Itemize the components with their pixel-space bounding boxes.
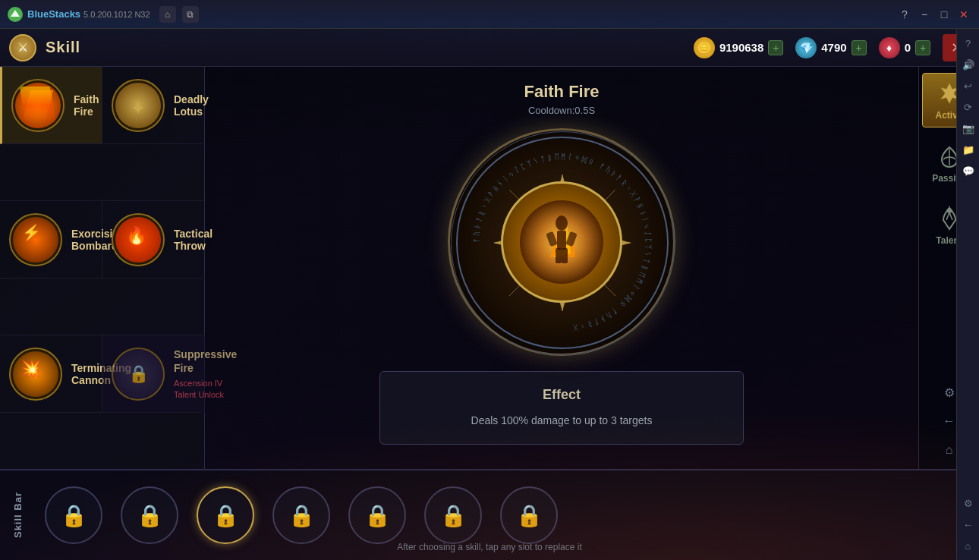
skill-name-deadly-lotus: Deadly Lotus [174, 93, 209, 118]
effect-description: Deals 100% damage to up to 3 targets [398, 412, 725, 429]
gem-plus-button[interactable]: + [852, 40, 867, 55]
ruby-plus-button[interactable]: + [915, 40, 930, 55]
skill-thumb-deadly-lotus: ✦ [112, 79, 165, 132]
gem-icon: 💎 [795, 37, 817, 58]
lock-icon-1: 🔒 [61, 503, 87, 528]
gem-value: 4790 [821, 41, 846, 54]
skill-bar-hint: After choosing a skill, tap any slot to … [0, 542, 979, 552]
bs-chat-icon[interactable]: 💬 [960, 162, 977, 179]
bs-help-icon[interactable]: ? [960, 35, 977, 52]
skill-item-suppressive-fire: 🔒 Suppressive Fire Ascension IV Talent U… [102, 335, 205, 413]
gem-currency: 💎 4790 + [795, 37, 866, 58]
effect-panel: Effect Deals 100% damage to up to 3 targ… [379, 371, 744, 445]
bs-back-icon[interactable]: ← [960, 516, 977, 533]
version-text: 5.0.200.1012 N32 [83, 10, 150, 19]
detail-title: Faith Fire [524, 82, 599, 102]
bs-home-icon[interactable]: ⌂ [960, 537, 977, 554]
gold-icon: 🪙 [694, 37, 715, 58]
skill-item-faith-fire[interactable]: Faith Fire [0, 67, 102, 144]
bs-folder-icon[interactable]: 📁 [960, 141, 977, 158]
skill-slot-3[interactable]: 🔒 [197, 486, 254, 544]
skill-name-faith-fire: Faith Fire [74, 93, 99, 118]
topbar: ⚔ Skill 🪙 9190638 + 💎 4790 + ♦ 0 + ✕ [0, 29, 979, 67]
titlebar: BlueStacks 5.0.200.1012 N32 ⌂ ⧉ ? − □ ✕ [0, 0, 979, 29]
svg-point-11 [556, 216, 568, 231]
skill-thumb-tactical-throw: 🔥 [112, 213, 165, 266]
ruby-currency: ♦ 0 + [879, 37, 930, 58]
effect-title: Effect [398, 387, 725, 403]
bs-replay-icon[interactable]: ↩ [960, 77, 977, 94]
game-area: ⚔ Skill 🪙 9190638 + 💎 4790 + ♦ 0 + ✕ [0, 29, 979, 560]
home-icon[interactable]: ⌂ [159, 6, 176, 23]
maximize-button[interactable]: □ [937, 7, 952, 22]
lock-icon-5: 🔒 [364, 503, 391, 528]
skill-name-suppressive-fire: Suppressive Fire [174, 348, 237, 374]
skill-thumb-suppressive-fire: 🔒 [112, 348, 165, 401]
skill-thumb-exorcising-bombard: ⚡ [9, 213, 62, 266]
minimize-button[interactable]: − [917, 7, 932, 22]
skill-bar: Skill Bar 🔒 🔒 🔒 🔒 🔒 🔒 🔒 After choosing a… [0, 469, 979, 560]
lock-icon: 🔒 [128, 364, 149, 384]
close-button[interactable]: ✕ [956, 7, 971, 22]
bs-settings-icon[interactable]: ⚙ [960, 495, 977, 511]
skill-info-suppressive: Suppressive Fire Ascension IV Talent Unl… [174, 348, 237, 400]
gold-currency: 🪙 9190638 + [694, 37, 783, 58]
bs-refresh-icon[interactable]: ⟳ [960, 99, 977, 115]
skill-item-tactical-throw[interactable]: 🔥 Tactical Throw [102, 201, 205, 278]
bs-camera-icon[interactable]: 📷 [960, 120, 977, 137]
skill-art-svg [516, 197, 607, 288]
skill-slot-2[interactable]: 🔒 [121, 486, 178, 544]
skill-list-panel: Faith Fire ✦ Deadly Lotus [0, 67, 205, 469]
ruby-value: 0 [905, 41, 911, 54]
currency-group: 🪙 9190638 + 💎 4790 + ♦ 0 + ✕ [694, 34, 970, 61]
skill-item-terminating-cannon[interactable]: 💥 Terminating Cannon [0, 335, 102, 413]
skill-menu-icon: ⚔ [9, 34, 36, 61]
skill-bar-label: Skill Bar [12, 492, 24, 538]
svg-rect-15 [556, 248, 562, 263]
copy-icon[interactable]: ⧉ [182, 6, 199, 23]
main-content: Faith Fire ✦ Deadly Lotus [0, 67, 979, 469]
bluestacks-logo [8, 7, 23, 22]
brand-name: BlueStacks [27, 8, 80, 20]
center-panel: Faith Fire Cooldown:0.5S ᚠᚢᚦᚨᚱᚲᚷᚹᚺᚾᛁᛃᛇᛈᛉ… [205, 67, 918, 469]
skill-thumb-terminating-cannon: 💥 [9, 348, 62, 401]
skill-slot-4[interactable]: 🔒 [272, 486, 330, 544]
lock-icon-6: 🔒 [440, 503, 467, 528]
svg-marker-0 [11, 10, 20, 17]
skill-circle-display: ᚠᚢᚦᚨᚱᚲᚷᚹᚺᚾᛁᛃᛇᛈᛉᛊᛏᛒᛖᛗᛚᛜᛞᛟ ᚠᚢᚦᚨᚱᚲᚷᚹᚺᚾᛁᛃᛇᛈᛉ… [448, 128, 675, 356]
skill-slot-7[interactable]: 🔒 [500, 486, 558, 544]
svg-rect-12 [557, 231, 566, 250]
titlebar-icon-group: ⌂ ⧉ [159, 6, 199, 23]
ruby-icon: ♦ [879, 37, 900, 58]
window-controls: ? − □ ✕ [897, 7, 971, 22]
skill-circle-outer: ᚠᚢᚦᚨᚱᚲᚷᚹᚺᚾᛁᛃᛇᛈᛉᛊᛏᛒᛖᛗᛚᛜᛞᛟ ᚠᚢᚦᚨᚱᚲᚷᚹᚺᚾᛁᛃᛇᛈᛉ… [448, 128, 675, 356]
skill-center-image [501, 181, 622, 303]
lock-icon-4: 🔒 [288, 503, 315, 528]
gold-value: 9190638 [719, 41, 763, 54]
skill-item-deadly-lotus[interactable]: ✦ Deadly Lotus [102, 67, 205, 144]
svg-rect-16 [562, 248, 568, 263]
cooldown-text: Cooldown:0.5S [528, 105, 595, 116]
skill-item-exorcising-bombard[interactable]: ⚡ Exorcising Bombard [0, 201, 102, 278]
lock-icon-3: 🔒 [212, 503, 239, 528]
lock-icon-2: 🔒 [137, 503, 163, 528]
skill-thumb-faith-fire [11, 79, 65, 132]
page-title: Skill [46, 39, 80, 56]
skill-name-tactical-throw: Tactical Throw [174, 228, 212, 252]
skill-slot-6[interactable]: 🔒 [424, 486, 482, 544]
unlock-requirement: Ascension IV Talent Unlock [174, 378, 237, 400]
bs-sound-icon[interactable]: 🔊 [960, 56, 977, 73]
bs-right-panel: ? 🔊 ↩ ⟳ 📷 📁 💬 ⚙ ← ⌂ [956, 29, 979, 560]
gold-plus-button[interactable]: + [768, 40, 783, 55]
help-button[interactable]: ? [897, 7, 912, 22]
skill-slot-1[interactable]: 🔒 [45, 486, 102, 544]
lock-icon-7: 🔒 [516, 503, 543, 528]
skill-slot-5[interactable]: 🔒 [348, 486, 406, 544]
